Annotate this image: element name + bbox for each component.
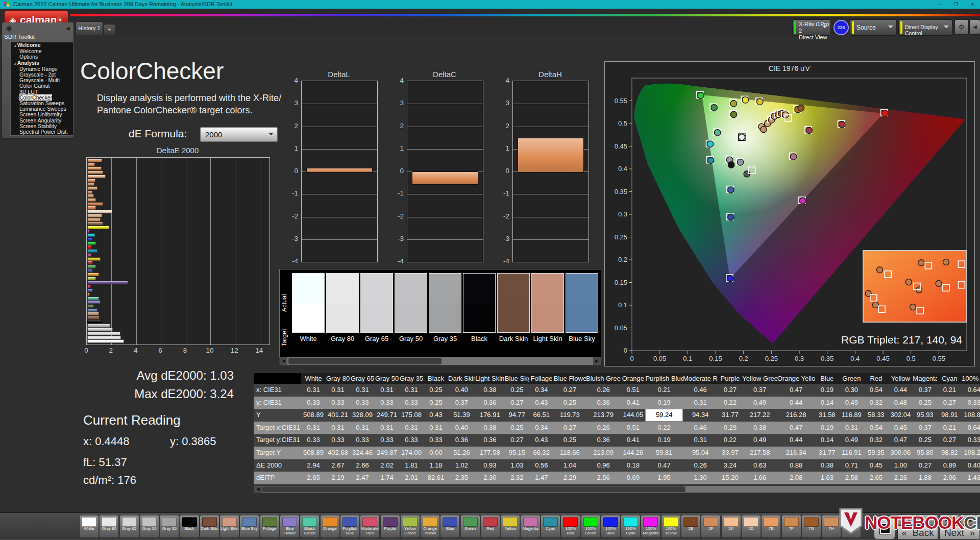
patch-button-bluish-green[interactable]: Bluish Green xyxy=(300,515,320,538)
patch-button-orange[interactable]: Orange xyxy=(320,515,340,538)
patch-button-100-blue[interactable]: 100% Blue xyxy=(601,515,621,538)
x-tick-label: 14 xyxy=(254,347,264,354)
patch-button-100-yellow[interactable]: 100% Yellow xyxy=(661,515,681,538)
swatch-light-skin[interactable] xyxy=(532,274,564,332)
patch-button-gray-80[interactable]: Gray 80 xyxy=(99,515,119,538)
patch-button-2e[interactable]: 2E xyxy=(681,515,701,538)
add-tab-button[interactable]: + xyxy=(103,24,115,35)
measured-point xyxy=(839,121,845,128)
swatch-scrollbar[interactable]: ◀ ▶ xyxy=(279,357,601,365)
panel-collapse-button[interactable]: ◀ xyxy=(969,19,980,35)
table-cell: 0.33 xyxy=(301,397,326,409)
gridline xyxy=(260,158,260,345)
swatch-gray-35[interactable] xyxy=(429,274,461,332)
patch-button-foliage[interactable]: Foliage xyxy=(260,515,280,538)
table-cell: 0.56 xyxy=(529,459,554,472)
settings-button[interactable]: ⚙ xyxy=(954,19,969,35)
swatch-gray-65[interactable] xyxy=(361,274,393,332)
table-cell: 0.27 xyxy=(505,397,529,409)
swatch-label: Gray 80 xyxy=(325,335,360,342)
patch-button-gray-50[interactable]: Gray 50 xyxy=(139,515,159,538)
scroll-left-icon[interactable]: ◀ xyxy=(254,486,262,493)
patch-button-white[interactable]: White xyxy=(79,515,99,538)
patch-button-blue-flower[interactable]: Blue Flower xyxy=(280,515,300,538)
patch-button-100-green[interactable]: 100% Green xyxy=(581,515,601,538)
patch-button-purple[interactable]: Purple xyxy=(380,515,400,538)
patch-button-black[interactable]: Black xyxy=(180,515,200,538)
meter-dropdown[interactable]: X-Rite i1Pro 2Direct View xyxy=(792,19,831,36)
tab-history-1[interactable]: History 1 xyxy=(76,21,103,35)
scroll-left-icon[interactable]: ◀ xyxy=(280,357,287,365)
patch-button-yellow-green[interactable]: Yellow Green xyxy=(400,515,420,538)
swatch-dark-skin[interactable] xyxy=(498,274,529,332)
tree-item-spectral-power-dist-[interactable]: Spectral Power Dist. xyxy=(11,129,73,135)
selected-cell[interactable]: 59.24 xyxy=(645,409,683,422)
minimize-button[interactable]: — xyxy=(932,0,947,9)
table-cell: 0.46 xyxy=(683,422,718,434)
patch-button-light-skin[interactable]: Light Skin xyxy=(219,515,239,538)
cie-x-tick: 0.4 xyxy=(850,355,860,362)
y-tick-label: -1 xyxy=(288,189,298,197)
patch-button-7e[interactable]: 7E xyxy=(761,515,781,538)
patch-button-cyan[interactable]: Cyan xyxy=(541,515,560,538)
swatch-actual-half xyxy=(429,274,461,303)
patch-button-blue[interactable]: Blue xyxy=(440,515,460,538)
gridline xyxy=(407,104,483,104)
table-scrollbar[interactable]: ◀ xyxy=(254,485,980,493)
patch-button-100-magenta[interactable]: 100% Magenta xyxy=(641,515,660,538)
patch-button-gray-35[interactable]: Gray 35 xyxy=(159,515,179,538)
patch-button-gray-65[interactable]: Gray 65 xyxy=(119,515,139,538)
sidebar-collapse-button[interactable]: ◀ xyxy=(64,25,71,32)
patch-button-2f[interactable]: 2F xyxy=(701,515,721,538)
table-cell: 2.65 xyxy=(864,472,888,484)
patch-button-magenta[interactable]: Magenta xyxy=(521,515,541,538)
close-button[interactable]: ✕ xyxy=(965,0,980,9)
swatch-black[interactable] xyxy=(463,274,495,332)
table-cell: 0.31 xyxy=(683,434,718,447)
maximize-button[interactable]: ❐ xyxy=(948,0,964,9)
tree-item-label: Welcome xyxy=(17,42,41,48)
patch-button-100-red[interactable]: 100% Red xyxy=(560,515,580,538)
patch-button-2k[interactable]: 2K xyxy=(721,515,741,538)
display-control-dropdown[interactable]: Direct Display Control xyxy=(898,19,952,36)
patch-color-chip xyxy=(162,517,177,527)
patch-button-blue-sky[interactable]: Blue Sky xyxy=(239,515,259,538)
swatch-gray-50[interactable] xyxy=(395,274,427,332)
scroll-right-icon[interactable]: ▶ xyxy=(593,357,601,365)
patch-button-yellow[interactable]: Yellow xyxy=(500,515,520,538)
record-dot-icon[interactable] xyxy=(6,26,12,32)
swatch-actual-half xyxy=(327,274,358,303)
measured-point xyxy=(790,154,796,160)
swatch-target-half xyxy=(498,303,529,333)
swatch-white[interactable] xyxy=(292,274,324,332)
patch-button-red[interactable]: Red xyxy=(480,515,500,538)
table-cell: 15.20 xyxy=(718,472,742,484)
gridline xyxy=(407,239,483,240)
scrollbar-thumb[interactable] xyxy=(262,486,685,492)
patch-button-7g[interactable]: 7G xyxy=(801,515,821,538)
source-dropdown[interactable]: Source xyxy=(850,19,897,36)
swatch-blue-sky[interactable] xyxy=(566,274,598,332)
patch-button-5d[interactable]: 5D xyxy=(741,515,761,538)
patch-color-chip xyxy=(282,517,297,527)
table-cell: 95.80 xyxy=(913,447,937,459)
patch-button-purplish-blue[interactable]: Purplish Blue xyxy=(340,515,360,538)
de-formula-select[interactable]: 2000 xyxy=(200,127,278,142)
swatch-gray-80[interactable] xyxy=(327,274,358,332)
patch-button-dark-skin[interactable]: Dark Skin xyxy=(200,515,219,538)
swatch-label: Gray 35 xyxy=(427,335,463,342)
cie-x-tick: 0.05 xyxy=(653,355,666,362)
patch-button-orange-yellow[interactable]: Orange Yellow xyxy=(420,515,440,538)
patch-button-green[interactable]: Green xyxy=(460,515,480,538)
expander-icon[interactable]: ◢ xyxy=(14,62,16,65)
column-header: Magenta xyxy=(913,373,937,384)
patch-color-chip xyxy=(503,517,518,527)
patch-button-7f[interactable]: 7F xyxy=(781,515,801,538)
patch-button-100-cyan[interactable]: 100% Cyan xyxy=(621,515,641,538)
expander-icon[interactable]: ◢ xyxy=(14,44,16,47)
cie-x-tick: 0.5 xyxy=(906,355,916,362)
scrollbar-thumb[interactable] xyxy=(288,358,442,364)
tree-item-label: Saturation Sweeps xyxy=(19,100,64,106)
table-cell: 0.64 xyxy=(962,384,980,397)
patch-button-moderate-red[interactable]: Moderate Red xyxy=(360,515,380,538)
